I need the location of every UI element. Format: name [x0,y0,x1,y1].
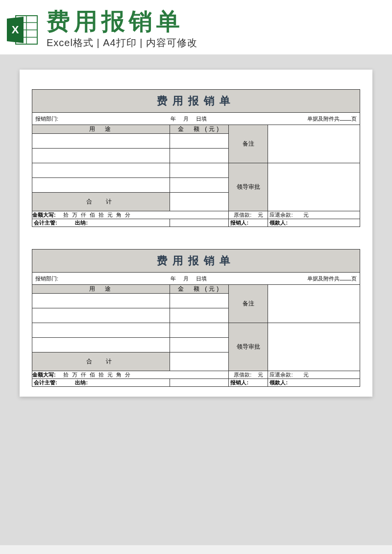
loan-cell: 原借款: 元 [229,211,268,219]
total-label: 合 计 [32,353,170,371]
sig-supervisor: 会计主管: 出纳: [32,219,170,227]
page-subtitle: Excel格式 | A4打印 | 内容可修改 [47,36,387,50]
expense-form-1: 费用报销单 报销部门: 年 月 日填 单据及附件共页 用 途 金 额 (元) 备… [32,89,360,227]
preview-area: 费用报销单 报销部门: 年 月 日填 单据及附件共页 用 途 金 额 (元) 备… [0,55,392,545]
form-title: 费用报销单 [32,89,360,113]
attachments-label: 单据及附件共 [307,116,340,122]
col-purpose: 用 途 [32,125,170,134]
dept-label: 报销部门: [35,116,58,122]
approval-label: 领导审批 [229,323,268,371]
sig-payee: 领款人: [268,379,360,387]
month-label: 月 [183,116,189,122]
form-title: 费用报销单 [32,249,360,273]
year-label: 年 [171,276,176,281]
attachments-label: 单据及附件共 [307,276,340,281]
page-title: 费用报销单 [47,10,387,33]
approval-content [268,323,360,371]
approval-label: 领导审批 [229,163,268,211]
table-row: 领导审批 [32,163,360,178]
dept-label: 报销部门: [35,276,58,281]
remark-content [268,285,360,323]
remark-content [268,125,360,163]
svg-text:X: X [12,24,19,36]
expense-table: 用 途 金 额 (元) 备注 领导审批 合 计 [32,284,360,387]
month-label: 月 [183,276,189,281]
col-amount: 金 额 (元) [170,285,228,294]
day-label: 日填 [196,116,207,122]
expense-form-2: 费用报销单 报销部门: 年 月 日填 单据及附件共页 用 途 金 额 (元) 备… [32,249,360,387]
sig-payee: 领款人: [268,219,360,227]
sig-supervisor: 会计主管: 出纳: [32,379,170,387]
template-header: X 费用报销单 Excel格式 | A4打印 | 内容可修改 [0,0,392,55]
total-amount [170,353,228,371]
refund-cell: 应退余款: 元 [268,211,360,219]
loan-cell: 原借款: 元 [229,371,268,379]
expense-table: 用 途 金 额 (元) 备注 领导审批 合 计 [32,125,360,227]
amount-words-row: 金额大写: 拾 万 仟 佰 拾 元 角 分 [32,371,229,379]
col-purpose: 用 途 [32,285,170,294]
a4-page: 费用报销单 报销部门: 年 月 日填 单据及附件共页 用 途 金 额 (元) 备… [20,70,372,397]
year-label: 年 [171,116,176,122]
form-info-row: 报销部门: 年 月 日填 单据及附件共页 [32,273,360,284]
form-info-row: 报销部门: 年 月 日填 单据及附件共页 [32,113,360,125]
sig-applicant: 报销人: [229,219,268,227]
remark-label: 备注 [229,285,268,323]
day-label: 日填 [196,276,207,281]
attachments-unit: 页 [351,116,357,122]
total-label: 合 计 [32,193,170,211]
remark-label: 备注 [229,125,268,163]
total-amount [170,193,228,211]
refund-cell: 应退余款: 元 [268,371,360,379]
sig-applicant: 报销人: [229,379,268,387]
excel-icon: X [5,13,39,47]
amount-words-row: 金额大写: 拾 万 仟 佰 拾 元 角 分 [32,211,229,219]
table-row: 领导审批 [32,323,360,338]
approval-content [268,163,360,211]
col-amount: 金 额 (元) [170,125,228,134]
attachments-unit: 页 [351,276,357,281]
